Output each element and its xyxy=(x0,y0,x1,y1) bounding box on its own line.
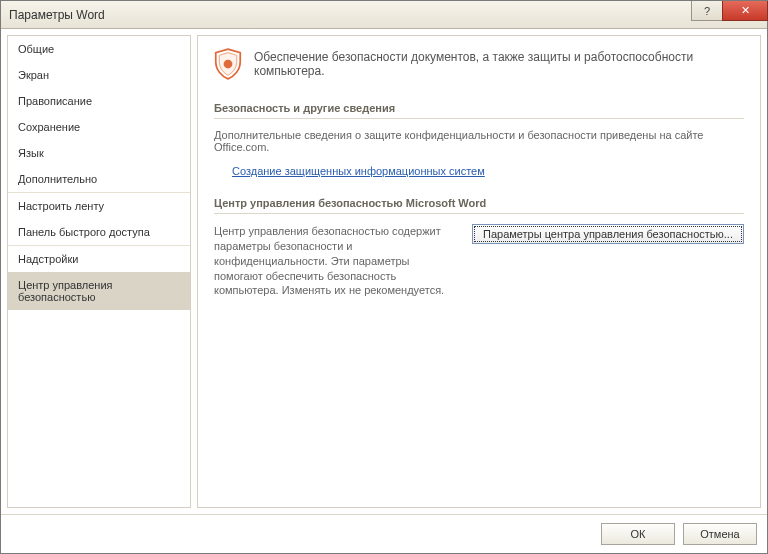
sidebar-item-7[interactable]: Панель быстрого доступа xyxy=(8,219,190,245)
section-title-trustcenter: Центр управления безопасностью Microsoft… xyxy=(214,193,744,214)
shield-icon xyxy=(214,48,242,80)
link-secure-systems[interactable]: Создание защищенных информационных систе… xyxy=(232,165,485,177)
hero: Обеспечение безопасности документов, а т… xyxy=(214,48,744,80)
dialog-window: Параметры Word ? ✕ ОбщиеЭкранПравописани… xyxy=(0,0,768,554)
sidebar-item-6[interactable]: Настроить ленту xyxy=(8,193,190,219)
section-title-security: Безопасность и другие сведения xyxy=(214,98,744,119)
sidebar-item-8[interactable]: Надстройки xyxy=(8,246,190,272)
sidebar-item-label: Надстройки xyxy=(18,253,78,265)
trustcenter-settings-button[interactable]: Параметры центра управления безопасность… xyxy=(472,224,744,244)
sidebar-item-label: Общие xyxy=(18,43,54,55)
main-panel: Обеспечение безопасности документов, а т… xyxy=(197,35,761,508)
help-icon: ? xyxy=(704,5,710,17)
dialog-footer: ОК Отмена xyxy=(1,514,767,553)
sidebar-item-2[interactable]: Правописание xyxy=(8,88,190,114)
close-button[interactable]: ✕ xyxy=(722,1,768,21)
hero-text: Обеспечение безопасности документов, а т… xyxy=(254,50,744,78)
trustcenter-description: Центр управления безопасностью содержит … xyxy=(214,224,458,298)
sidebar-item-label: Панель быстрого доступа xyxy=(18,226,150,238)
sidebar-item-5[interactable]: Дополнительно xyxy=(8,166,190,192)
sidebar-item-4[interactable]: Язык xyxy=(8,140,190,166)
sidebar: ОбщиеЭкранПравописаниеСохранениеЯзыкДопо… xyxy=(7,35,191,508)
sidebar-item-label: Правописание xyxy=(18,95,92,107)
sidebar-item-label: Центр управления безопасностью xyxy=(18,279,113,303)
window-controls: ? ✕ xyxy=(691,1,767,28)
sidebar-item-3[interactable]: Сохранение xyxy=(8,114,190,140)
sidebar-item-label: Язык xyxy=(18,147,44,159)
sidebar-item-0[interactable]: Общие xyxy=(8,36,190,62)
close-icon: ✕ xyxy=(741,4,750,17)
window-title: Параметры Word xyxy=(9,8,105,22)
dialog-body: ОбщиеЭкранПравописаниеСохранениеЯзыкДопо… xyxy=(1,29,767,514)
sidebar-item-label: Экран xyxy=(18,69,49,81)
section-text-security: Дополнительные сведения о защите конфиде… xyxy=(214,129,744,153)
cancel-button[interactable]: Отмена xyxy=(683,523,757,545)
trustcenter-row: Центр управления безопасностью содержит … xyxy=(214,224,744,298)
sidebar-item-label: Настроить ленту xyxy=(18,200,104,212)
sidebar-item-1[interactable]: Экран xyxy=(8,62,190,88)
svg-point-0 xyxy=(224,60,233,69)
ok-button[interactable]: ОК xyxy=(601,523,675,545)
titlebar: Параметры Word ? ✕ xyxy=(1,1,767,29)
sidebar-item-9[interactable]: Центр управления безопасностью xyxy=(8,272,190,310)
sidebar-item-label: Сохранение xyxy=(18,121,80,133)
sidebar-item-label: Дополнительно xyxy=(18,173,97,185)
help-button[interactable]: ? xyxy=(691,1,723,21)
